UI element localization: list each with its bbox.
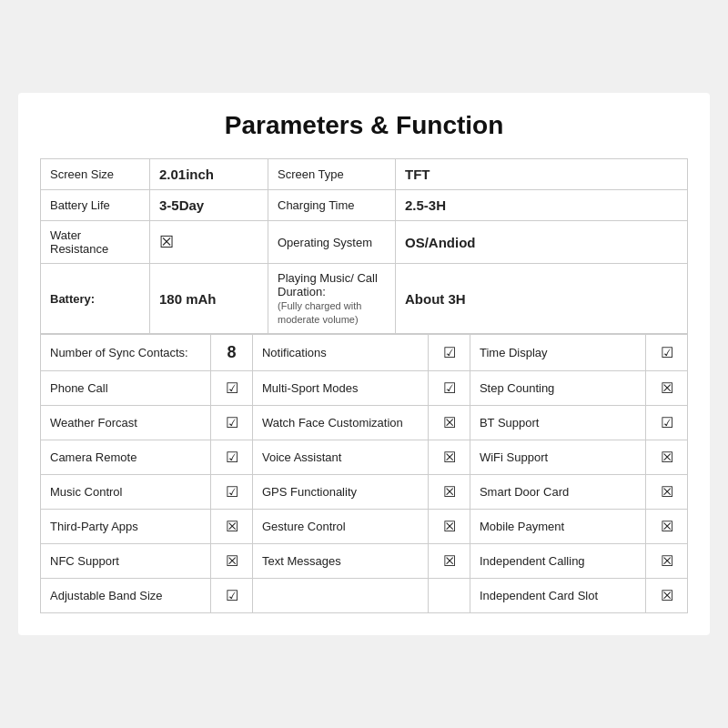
- feature-name-col3-7: Independent Card Slot: [470, 579, 645, 613]
- feature-icon-col3-1: ☒: [646, 371, 688, 406]
- feature-name-col1-1: Phone Call: [41, 371, 211, 406]
- feature-icon-col1-6: ☒: [211, 544, 253, 579]
- feature-name-col2-7: [252, 579, 428, 613]
- feature-name-col3-2: BT Support: [470, 406, 645, 440]
- feature-icon-col2-7: [429, 579, 470, 613]
- feature-icon-col2-0: ☑: [429, 335, 470, 371]
- feature-name-col3-4: Smart Door Card: [470, 475, 645, 510]
- feature-name-col2-6: Text Messages: [252, 544, 428, 579]
- feature-name-col1-0: Number of Sync Contacts:: [41, 335, 211, 371]
- feature-icon-col2-6: ☒: [429, 544, 470, 579]
- feature-icon-col2-5: ☒: [429, 510, 470, 544]
- spec-value2-1: 2.5-3H: [396, 190, 688, 221]
- feature-icon-col2-3: ☒: [429, 440, 470, 475]
- feature-icon-col1-2: ☑: [211, 406, 253, 440]
- feature-name-col2-3: Voice Assistant: [252, 440, 428, 475]
- feature-icon-col2-1: ☑: [429, 371, 470, 406]
- feature-name-col3-3: WiFi Support: [470, 440, 645, 475]
- page-title: Parameters & Function: [40, 111, 688, 140]
- feature-icon-col3-3: ☒: [646, 440, 688, 475]
- feature-icon-col1-0: 8: [211, 335, 253, 371]
- feature-icon-col3-0: ☑: [646, 335, 688, 371]
- specs-table: Screen Size2.01inchScreen TypeTFTBattery…: [40, 158, 688, 334]
- spec-value2-3: About 3H: [396, 264, 688, 334]
- spec-value-2: ☒: [150, 221, 268, 264]
- spec-label2-2: Operating System: [268, 221, 396, 264]
- spec-label2-0: Screen Type: [268, 159, 396, 190]
- spec-value2-2: OS/Andiod: [396, 221, 688, 264]
- spec-label-2: Water Resistance: [41, 221, 150, 264]
- parameters-card: Parameters & Function Screen Size2.01inc…: [18, 93, 710, 635]
- spec-value-3: 180 mAh: [150, 264, 268, 334]
- feature-icon-col3-5: ☒: [646, 510, 688, 544]
- spec-label-3: Battery:: [41, 264, 150, 334]
- feature-name-col2-5: Gesture Control: [252, 510, 428, 544]
- feature-name-col2-1: Multi-Sport Modes: [252, 371, 428, 406]
- feature-name-col1-7: Adjustable Band Size: [41, 579, 211, 613]
- feature-name-col1-6: NFC Support: [41, 544, 211, 579]
- feature-icon-col1-3: ☑: [211, 440, 253, 475]
- spec-label-1: Battery Life: [41, 190, 150, 221]
- feature-icon-col2-4: ☒: [429, 475, 470, 510]
- feature-name-col3-0: Time Display: [470, 335, 645, 371]
- feature-icon-col1-4: ☑: [211, 475, 253, 510]
- feature-icon-col3-4: ☒: [646, 475, 688, 510]
- spec-label2-1: Charging Time: [268, 190, 396, 221]
- spec-label-0: Screen Size: [41, 159, 150, 190]
- feature-name-col1-4: Music Control: [41, 475, 211, 510]
- feature-icon-col3-7: ☒: [646, 579, 688, 613]
- feature-icon-col1-7: ☑: [211, 579, 253, 613]
- feature-icon-col1-5: ☒: [211, 510, 253, 544]
- feature-icon-col2-2: ☒: [429, 406, 470, 440]
- spec-label2-3: Playing Music/ Call Duration:(Fully char…: [268, 264, 396, 334]
- feature-icon-col3-6: ☒: [646, 544, 688, 579]
- feature-name-col2-0: Notifications: [252, 335, 428, 371]
- feature-icon-col3-2: ☑: [646, 406, 688, 440]
- feature-name-col3-6: Independent Calling: [470, 544, 645, 579]
- feature-icon-col1-1: ☑: [211, 371, 253, 406]
- feature-name-col1-3: Camera Remote: [41, 440, 211, 475]
- feature-name-col3-5: Mobile Payment: [470, 510, 645, 544]
- spec-value2-0: TFT: [396, 159, 688, 190]
- feature-name-col2-2: Watch Face Customization: [252, 406, 428, 440]
- feature-name-col1-5: Third-Party Apps: [41, 510, 211, 544]
- feature-name-col2-4: GPS Functionality: [252, 475, 428, 510]
- features-table: Number of Sync Contacts:8Notifications☑T…: [40, 334, 688, 613]
- feature-name-col1-2: Weather Forcast: [41, 406, 211, 440]
- spec-value-1: 3-5Day: [150, 190, 268, 221]
- spec-value-0: 2.01inch: [150, 159, 268, 190]
- feature-name-col3-1: Step Counting: [470, 371, 645, 406]
